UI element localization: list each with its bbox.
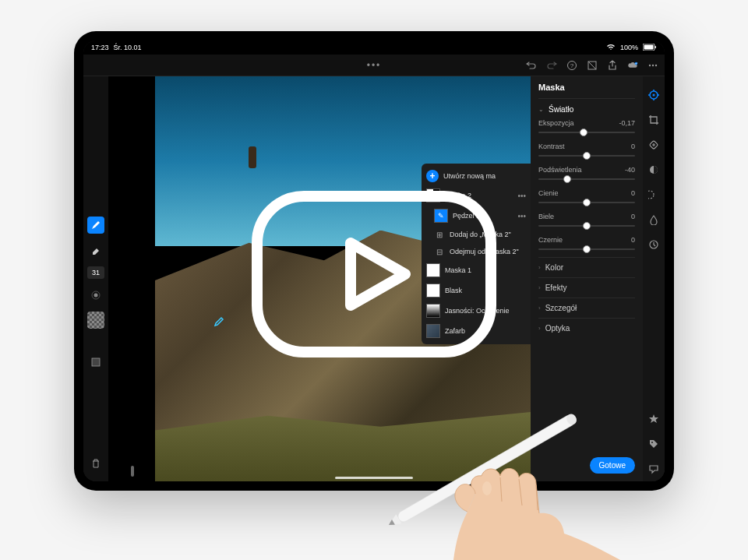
section-label: Kolor: [545, 263, 563, 272]
svg-point-9: [652, 64, 654, 65]
status-date: Śr. 10.01: [114, 44, 142, 51]
subtract-icon: ⊟: [434, 246, 445, 257]
mask-label: Pędzel 1: [453, 212, 513, 220]
slider-label: Podświetlenia: [538, 166, 582, 174]
svg-point-10: [655, 64, 657, 65]
slider-shadows[interactable]: Cienie 0: [538, 187, 635, 210]
mask-label: Dodaj do „Maska 2": [450, 231, 526, 238]
section-label: Optyka: [545, 324, 570, 333]
add-to-mask-button[interactable]: ⊞ Dodaj do „Maska 2": [422, 226, 531, 243]
create-mask-label: Utwórz nową ma: [443, 172, 526, 180]
section-effects[interactable]: › Efekty: [538, 277, 635, 298]
panel-title: Maska: [538, 83, 635, 99]
more-icon[interactable]: [647, 60, 658, 71]
chevron-down-icon: ⌄: [538, 106, 544, 113]
star-icon[interactable]: [647, 413, 660, 425]
svg-rect-1: [644, 44, 654, 49]
slider-value: 0: [631, 189, 635, 197]
mask-label: Blask: [445, 287, 526, 294]
slider-label: Biele: [538, 213, 554, 220]
slider-whites[interactable]: Biele 0: [538, 210, 635, 234]
mask-item-glow[interactable]: Blask: [422, 280, 531, 301]
compare-icon[interactable]: [587, 60, 598, 71]
slider-value: 0: [631, 213, 635, 220]
chat-icon[interactable]: [647, 463, 660, 475]
mask-item-fill[interactable]: Zafarb: [422, 321, 531, 341]
mask-thumb: [426, 284, 440, 298]
svg-text:?: ?: [570, 62, 574, 69]
section-label: Efekty: [545, 284, 567, 292]
crop-icon[interactable]: [647, 114, 660, 126]
add-icon: ⊞: [434, 229, 445, 240]
slider-blacks[interactable]: Czernie 0: [538, 234, 635, 257]
slider-contrast[interactable]: Kontrast 0: [538, 140, 635, 164]
right-tool-strip: [643, 76, 665, 481]
svg-rect-13: [92, 358, 100, 366]
svg-rect-2: [655, 46, 657, 48]
tag-icon[interactable]: [647, 438, 660, 450]
mask-more-icon[interactable]: •••: [517, 192, 526, 200]
mask-item-warmth[interactable]: Jasności: Ocieplenie: [422, 301, 531, 321]
eraser-tool[interactable]: [87, 241, 104, 259]
battery-percent: 100%: [620, 44, 638, 51]
section-label: Światło: [549, 105, 573, 114]
left-toolbar: 31: [83, 76, 108, 481]
status-time: 17:23: [91, 44, 109, 51]
mask-label: Jasności: Ocieplenie: [445, 307, 526, 315]
section-detail[interactable]: › Szczegół: [538, 298, 635, 318]
section-light[interactable]: ⌄ Światło: [538, 99, 635, 117]
brush-thumb-icon: ✎: [434, 209, 448, 223]
mask-icon[interactable]: [647, 164, 660, 176]
droplet-icon[interactable]: [647, 213, 660, 226]
brush-radius-indicator: [131, 466, 134, 477]
app-topbar: ••• ?: [83, 55, 665, 76]
mask-component-brush1[interactable]: ✎ Pędzel 1 •••: [422, 206, 531, 226]
mask-thumb: [426, 304, 440, 318]
subtract-from-mask-button[interactable]: ⊟ Odejmuj od „Maska 2": [422, 243, 531, 260]
light-icon[interactable]: [647, 188, 660, 201]
mask-more-icon[interactable]: •••: [517, 212, 526, 220]
share-icon[interactable]: [607, 60, 618, 71]
battery-icon: [643, 44, 657, 52]
canvas[interactable]: + Utwórz nową ma Maska 2 ••• ✎ Pędzel 1 …: [108, 76, 531, 481]
trash-icon[interactable]: [87, 455, 104, 472]
mask-item-mask2[interactable]: Maska 2 •••: [422, 185, 531, 206]
chevron-right-icon: ›: [538, 264, 541, 271]
slider-value: 0: [631, 143, 635, 150]
section-color[interactable]: › Kolor: [538, 257, 635, 277]
redo-icon[interactable]: [546, 60, 557, 71]
slider-label: Czernie: [538, 236, 563, 244]
create-mask-button[interactable]: + Utwórz nową ma: [422, 167, 531, 185]
opacity-tool[interactable]: [87, 312, 104, 329]
overlay-toggle[interactable]: [87, 354, 104, 371]
feather-tool[interactable]: [87, 287, 104, 304]
ipad-device-frame: 17:23 Śr. 10.01 100% •••: [74, 31, 674, 491]
section-label: Szczegół: [545, 304, 577, 312]
adjust-icon[interactable]: [647, 89, 660, 101]
svg-line-6: [588, 62, 596, 69]
slider-highlights[interactable]: Podświetlenia -40: [538, 164, 635, 187]
svg-point-16: [653, 94, 655, 97]
grab-handle-icon[interactable]: •••: [367, 60, 382, 71]
app-body: 31: [83, 76, 665, 481]
mask-item-mask1[interactable]: Maska 1: [422, 260, 531, 280]
mask-label: Maska 1: [445, 266, 526, 274]
chevron-right-icon: ›: [538, 305, 541, 312]
home-indicator[interactable]: [335, 477, 413, 479]
done-button[interactable]: Gotowe: [590, 457, 635, 474]
mask-thumb: [426, 324, 440, 338]
history-icon[interactable]: [647, 238, 660, 251]
brush-tool[interactable]: [87, 217, 104, 234]
brush-size-indicator[interactable]: 31: [87, 266, 104, 279]
section-optics[interactable]: › Optyka: [538, 318, 635, 338]
slider-exposure[interactable]: Ekspozycja -0,17: [538, 117, 635, 140]
undo-icon[interactable]: [526, 60, 537, 71]
slider-value: -0,17: [619, 119, 635, 127]
heal-icon[interactable]: [647, 139, 660, 151]
mask-list-panel: + Utwórz nową ma Maska 2 ••• ✎ Pędzel 1 …: [422, 164, 531, 344]
cloud-icon[interactable]: [627, 60, 638, 71]
slider-value: -40: [625, 166, 635, 174]
svg-point-12: [94, 294, 98, 298]
help-icon[interactable]: ?: [566, 60, 577, 71]
mask-label: Odejmuj od „Maska 2": [450, 248, 526, 255]
